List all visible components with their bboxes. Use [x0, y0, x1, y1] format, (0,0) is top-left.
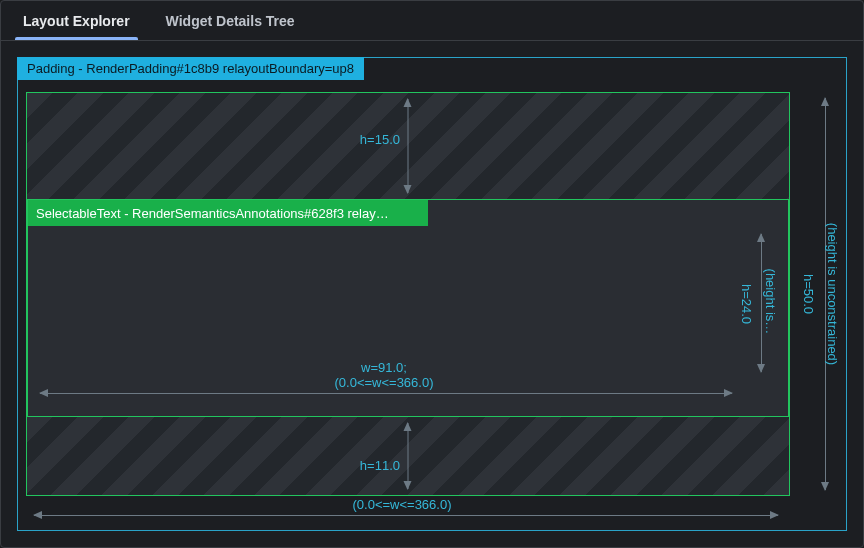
child-render-label[interactable]: SelectableText - RenderSemanticsAnnotati…	[28, 200, 428, 226]
layout-canvas: Padding - RenderPadding#1c8b9 relayoutBo…	[9, 49, 855, 539]
child-width-arrow	[40, 393, 732, 394]
outer-body: h=15.0 h=11.0 SelectableText - RenderSem…	[26, 92, 790, 496]
tab-label: Widget Details Tree	[166, 13, 295, 29]
padding-frame[interactable]: h=15.0 h=11.0 SelectableText - RenderSem…	[26, 92, 790, 496]
outer-height-label: h=50.0	[801, 274, 816, 314]
padding-bottom-arrow	[408, 423, 409, 489]
padding-bottom-label: h=11.0	[360, 458, 400, 473]
child-width-label: w=91.0; (0.0<=w<=366.0)	[28, 360, 740, 390]
outer-render-label[interactable]: Padding - RenderPadding#1c8b9 relayoutBo…	[17, 57, 364, 80]
child-render-box[interactable]: SelectableText - RenderSemanticsAnnotati…	[27, 199, 789, 417]
child-height-arrow	[761, 234, 762, 372]
tab-bar: Layout Explorer Widget Details Tree	[1, 1, 863, 41]
child-height-constraint: (height is…	[763, 269, 778, 335]
child-height-label: h=24.0	[739, 284, 754, 324]
outer-height-constraint: (height is unconstrained)	[825, 223, 840, 365]
padding-top-arrow	[408, 99, 409, 193]
tab-widget-details-tree[interactable]: Widget Details Tree	[148, 1, 313, 40]
outer-width-arrow	[34, 515, 778, 516]
tab-label: Layout Explorer	[23, 13, 130, 29]
layout-explorer-panel: Layout Explorer Widget Details Tree Padd…	[0, 0, 864, 548]
tab-layout-explorer[interactable]: Layout Explorer	[5, 1, 148, 40]
padding-top-label: h=15.0	[360, 132, 400, 147]
outer-render-box[interactable]: Padding - RenderPadding#1c8b9 relayoutBo…	[17, 57, 847, 531]
